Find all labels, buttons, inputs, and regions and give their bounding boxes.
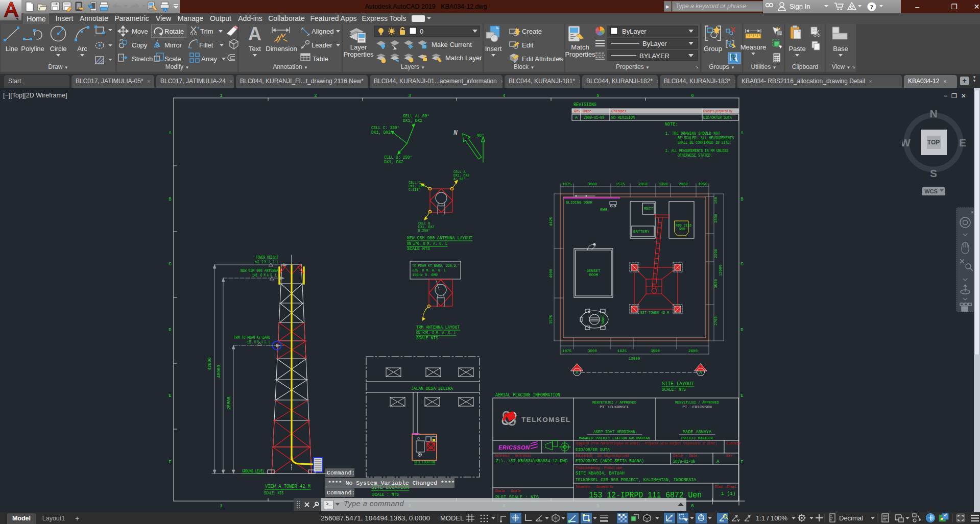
svg-text:ByLayer: ByLayer [642, 40, 667, 47]
svg-text:SITE LAYOUT: SITE LAYOUT [662, 381, 694, 387]
svg-text:180: 180 [714, 197, 718, 204]
svg-text:4000: 4000 [549, 269, 553, 279]
svg-text:ROOM: ROOM [589, 273, 599, 277]
svg-text:GENSET: GENSET [586, 269, 601, 273]
svg-text:?: ? [870, 3, 874, 11]
svg-text:Dokumentnr. - Document No.: Dokumentnr. - Document No. [576, 485, 614, 489]
svg-text:PT.TELKOMSEL: PT.TELKOMSEL [600, 405, 629, 409]
svg-text:1:1 / 100%: 1:1 / 100% [756, 514, 788, 522]
svg-text:2290: 2290 [714, 249, 718, 259]
svg-text:Move: Move [132, 28, 148, 35]
svg-text:3030: 3030 [714, 214, 718, 223]
svg-text:1075: 1075 [562, 349, 572, 353]
svg-text:Scale: Scale [164, 55, 181, 63]
svg-text:Arc: Arc [77, 45, 87, 53]
svg-text:AERIAL PLACING INFORMATION: AERIAL PLACING INFORMATION [495, 392, 560, 398]
svg-text:Measure: Measure [740, 43, 767, 51]
svg-text:TANKI: TANKI [602, 315, 605, 325]
svg-text:OTHERWISE STATED.: OTHERWISE STATED. [678, 153, 712, 158]
svg-text:2050: 2050 [638, 182, 648, 186]
svg-text:Edit Attributes: Edit Attributes [522, 55, 563, 63]
svg-text:MENYETUJUI / APPROVED: MENYETUJUI / APPROVED [675, 400, 719, 405]
svg-text:Text: Text [249, 45, 261, 53]
svg-text:Checked: Checked [726, 442, 740, 445]
svg-text:Date: Date [583, 109, 591, 113]
svg-text:Sign In: Sign In [790, 3, 810, 10]
svg-text:Rotate: Rotate [164, 28, 184, 35]
svg-text:SLIDING DOOR: SLIDING DOOR [566, 200, 592, 205]
svg-text:S: S [930, 167, 937, 179]
svg-text:E: E [959, 137, 966, 148]
svg-text:A: A [699, 370, 702, 376]
svg-text:TELKOMSEL GSM 900 PROJECT, KAL: TELKOMSEL GSM 900 PROJECT, KALIMANTAN, I… [576, 477, 696, 483]
svg-text:W: W [902, 137, 911, 148]
svg-text:SITE KBA034, BATUAH: SITE KBA034, BATUAH [576, 470, 625, 476]
svg-text:Datum - Date: Datum - Date [673, 454, 697, 458]
svg-text:Rev: Rev [574, 109, 581, 113]
svg-text:KWH: KWH [600, 208, 607, 212]
svg-text:PT. ERICSSON: PT. ERICSSON [682, 405, 712, 409]
svg-text:1 (1): 1 (1) [721, 491, 736, 496]
svg-text:ASEP IDAT HERDIMAN: ASEP IDAT HERDIMAN [593, 430, 635, 435]
svg-text:2050: 2050 [679, 182, 688, 186]
svg-text:Changes prepared by: Changes prepared by [703, 109, 733, 113]
svg-text:Stretch: Stretch [132, 55, 153, 63]
svg-text:MADE ASNAYA: MADE ASNAYA [683, 430, 712, 435]
svg-text:Match: Match [571, 43, 589, 51]
svg-text:Uppgjord (from faktureringsyn: Uppgjord (from faktureringsyn om annat) … [576, 442, 717, 445]
svg-text:Decimal: Decimal [839, 514, 863, 522]
svg-text:Match Layer: Match Layer [445, 54, 482, 62]
svg-text:1075: 1075 [562, 182, 572, 186]
svg-text:BYLAYER: BYLAYER [639, 52, 670, 60]
svg-text:ERICSSON: ERICSSON [498, 444, 530, 451]
svg-text:12000: 12000 [629, 357, 640, 361]
svg-text:Properties: Properties [343, 51, 374, 58]
svg-text:NO REVISION: NO REVISION [611, 115, 635, 120]
svg-text:1575: 1575 [616, 182, 626, 186]
svg-text:TOP: TOP [927, 139, 940, 146]
svg-text:3500: 3500 [714, 279, 718, 289]
svg-text:Paste: Paste [788, 45, 805, 53]
svg-text:Array: Array [201, 55, 218, 63]
svg-text:EID/OR/EC (ANDI SETIA BUANA): EID/OR/EC (ANDI SETIA BUANA) [576, 458, 644, 464]
svg-text:SHALL BE CONFIRMED IN SITE.: SHALL BE CONFIRMED IN SITE. [678, 140, 731, 145]
svg-text:TELKOMSEL: TELKOMSEL [521, 416, 571, 423]
svg-text:Base: Base [833, 45, 848, 53]
svg-text:1200: 1200 [659, 182, 668, 186]
svg-text:PROJECT MANAGER: PROJECT MANAGER [681, 436, 713, 440]
svg-text:A: A [576, 370, 579, 376]
svg-text:1825: 1825 [617, 349, 627, 353]
svg-text:Group: Group [704, 45, 722, 53]
svg-text:2009-01-09: 2009-01-09 [673, 459, 695, 464]
svg-text:Skala - Scale: Skala - Scale [495, 489, 521, 493]
svg-text:Properties: Properties [565, 51, 595, 58]
svg-text:MENYETUJUI / APPROVED: MENYETUJUI / APPROVED [592, 400, 636, 405]
svg-text:Changes: Changes [611, 109, 626, 113]
svg-text:1050: 1050 [698, 182, 708, 186]
svg-text:3000: 3000 [588, 182, 597, 186]
svg-text:Trim: Trim [200, 28, 213, 35]
svg-text:2700: 2700 [714, 316, 718, 326]
svg-text:MANAGER PROJECT LIAISON KALIMA: MANAGER PROJECT LIAISON KALIMANTAN [579, 436, 650, 440]
svg-text:NOTE:: NOTE: [665, 122, 678, 127]
svg-text:Leader: Leader [312, 41, 332, 49]
svg-text:900: 900 [679, 228, 685, 231]
svg-text:Create: Create [522, 28, 542, 35]
svg-text:A: A [248, 24, 261, 44]
svg-text:Blad -Sheet: Blad -Sheet [714, 485, 736, 489]
svg-text:2009-01-09: 2009-01-09 [584, 115, 604, 120]
svg-text:Fillet: Fillet [199, 41, 213, 49]
svg-text:EID/OR/ER SUTA: EID/OR/ER SUTA [576, 447, 610, 453]
svg-text:Produktbenämning - Product nam: Produktbenämning - Product name [576, 466, 622, 470]
svg-text:RBS 2116: RBS 2116 [676, 224, 691, 228]
svg-text:2600: 2600 [688, 349, 698, 353]
svg-text:A: A [575, 115, 578, 120]
svg-text:Bokura/Eslk - Doc respons/Appr: Bokura/Eslk - Doc respons/Approved [576, 454, 629, 458]
svg-text:Line: Line [6, 45, 18, 53]
svg-text:Circle: Circle [50, 45, 66, 53]
svg-text:SST TOWER 42 M: SST TOWER 42 M [640, 310, 669, 315]
svg-text:3000: 3000 [588, 349, 597, 353]
svg-text:Insert: Insert [485, 45, 502, 53]
svg-text:Table: Table [313, 55, 328, 63]
svg-text:ByLayer: ByLayer [622, 28, 647, 35]
